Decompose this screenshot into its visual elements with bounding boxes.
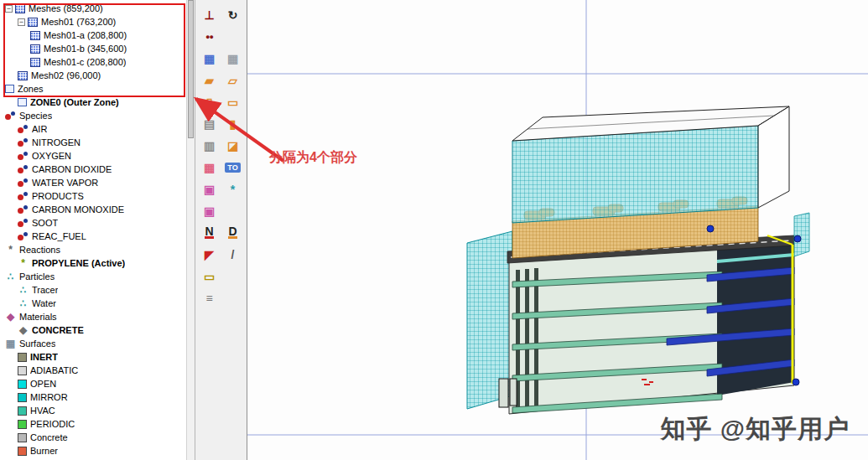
tree-item-label: Concrete: [30, 431, 68, 444]
tree-item-label: OXYGEN: [32, 149, 71, 163]
hvac-node-icon[interactable]: ▣: [198, 200, 221, 221]
new-obstruction-icon-glyph: N: [205, 226, 213, 239]
tree-item-concrete[interactable]: ◆CONCRETE: [0, 323, 186, 337]
particles-icon: ∴: [18, 285, 29, 296]
tree-item-label: WATER VAPOR: [32, 176, 98, 189]
tree-item-concrete[interactable]: Concrete: [0, 431, 186, 444]
surface-color-chip: [18, 433, 27, 442]
sheet-icon[interactable]: ▤: [198, 113, 221, 134]
tree-item-label: Mesh01-a (208,800): [44, 28, 127, 42]
tree-item-label: MIRROR: [30, 390, 68, 404]
spheres-icon-glyph: ●●: [205, 33, 213, 41]
tree-item-label: PERIODIC: [30, 417, 75, 431]
surface-color-chip: [18, 406, 27, 416]
tree-item-mesh01-763-200[interactable]: −Mesh01 (763,200): [0, 15, 186, 28]
model-canvas[interactable]: [247, 0, 868, 460]
slab-outline-icon[interactable]: ▱: [221, 70, 244, 90]
tree-item-mesh01-a-208-800[interactable]: Mesh01-a (208,800): [0, 28, 186, 42]
building-model: [467, 106, 809, 414]
app-window: −Meshes (859,200)−Mesh01 (763,200)Mesh01…: [0, 0, 868, 460]
tree-item-carbon-monoxide[interactable]: CARBON MONOXIDE: [0, 203, 186, 216]
box-icon-glyph: ▭: [227, 96, 238, 109]
mesh-icon: [28, 18, 38, 27]
mesh-icon: [18, 71, 28, 80]
tree-item-zone0-outer-zone[interactable]: ZONE0 (Outer Zone): [0, 96, 186, 109]
species-icon: [5, 111, 16, 121]
rotate-view-icon[interactable]: ↻: [221, 4, 244, 25]
tree-item-inert[interactable]: INERT: [0, 350, 186, 364]
tree-item-air[interactable]: AIR: [0, 122, 186, 136]
surface-color-chip: [18, 420, 27, 429]
tree-scrollbar[interactable]: [186, 0, 195, 460]
tree-item-label: Mesh02 (96,000): [31, 69, 101, 82]
new-hole-icon[interactable]: D: [221, 222, 244, 243]
tree-item-zones[interactable]: Zones: [0, 82, 186, 96]
tree-item-nitrogen[interactable]: NITROGEN: [0, 136, 186, 149]
tree-item-reactions[interactable]: *Reactions: [0, 243, 186, 256]
tree-item-hvac[interactable]: HVAC: [0, 404, 186, 417]
species-icon: [18, 218, 29, 229]
tree-item-particles[interactable]: ∴Particles: [0, 270, 186, 283]
reaction-icon: *: [18, 258, 29, 269]
material-icon: ◆: [18, 325, 29, 336]
tree-item-mesh02-96-000[interactable]: Mesh02 (96,000): [0, 69, 186, 82]
species-icon: [18, 178, 29, 189]
probe-icon[interactable]: /: [221, 244, 244, 265]
tree-item-water[interactable]: ∴Water: [0, 297, 186, 310]
expander-icon[interactable]: −: [5, 5, 13, 13]
tree-item-propylene-active[interactable]: *PROPYLENE (Active): [0, 256, 186, 270]
species-icon: [18, 231, 29, 242]
tree-item-water-vapor[interactable]: WATER VAPOR: [0, 176, 186, 189]
slab-outline-icon-glyph: ▱: [228, 74, 237, 87]
mesh-icon: [30, 58, 40, 67]
tree-item-tracer[interactable]: ∴Tracer: [0, 283, 186, 297]
3d-viewport[interactable]: 知乎 @知乎用户: [247, 0, 868, 460]
tree-item-mirror[interactable]: MIRROR: [0, 390, 186, 404]
sheet-icon-glyph: ▤: [204, 117, 215, 131]
tree-item-meshes-859-200[interactable]: −Meshes (859,200): [0, 2, 186, 15]
hvac-duct-icon[interactable]: ▣: [198, 178, 221, 199]
pin-icon[interactable]: ⊥: [198, 4, 221, 25]
tree-item-periodic[interactable]: PERIODIC: [0, 417, 186, 431]
notes-icon[interactable]: ▥: [198, 135, 221, 156]
panel-icon[interactable]: ▮: [221, 113, 244, 134]
mesh-cube-icon[interactable]: ▦: [198, 48, 221, 69]
expander-icon[interactable]: −: [18, 18, 25, 26]
scrollbar-thumb[interactable]: [188, 0, 194, 138]
tree-item-label: Mesh01-c (208,800): [44, 55, 126, 69]
vent-grid-icon[interactable]: ▦: [198, 157, 221, 178]
tree-item-oxygen[interactable]: OXYGEN: [0, 149, 186, 163]
tree-item-reac-fuel[interactable]: REAC_FUEL: [0, 230, 186, 243]
tree-item-label: Mesh01 (763,200): [41, 15, 116, 28]
new-obstruction-icon[interactable]: N: [198, 222, 221, 243]
tree-item-mesh01-c-208-800[interactable]: Mesh01-c (208,800): [0, 55, 186, 69]
box-icon[interactable]: ▭: [221, 91, 244, 112]
tree-item-surfaces[interactable]: ▦Surfaces: [0, 337, 186, 350]
panel-icon-glyph: ▮: [230, 117, 236, 131]
to-label-icon[interactable]: TO: [221, 157, 244, 178]
tree-item-label: Surfaces: [19, 337, 55, 350]
ruler-icon[interactable]: ▭: [198, 266, 221, 287]
zone-icon: [18, 98, 27, 106]
tree-item-soot[interactable]: SOOT: [0, 216, 186, 230]
tree-item-adiabatic[interactable]: ADIABATIC: [0, 364, 186, 377]
paint-icon-glyph: ◤: [205, 248, 214, 261]
grid-table-icon[interactable]: ▦: [221, 48, 244, 69]
surface-color-chip: [18, 380, 27, 389]
tree-item-mesh01-b-345-600[interactable]: Mesh01-b (345,600): [0, 42, 186, 55]
slab-icon[interactable]: ▰: [198, 70, 221, 90]
tree-item-species[interactable]: Species: [0, 109, 186, 122]
hvac-duct-icon-glyph: ▣: [204, 183, 215, 196]
wedge-icon[interactable]: ◪: [221, 135, 244, 156]
spheres-icon[interactable]: ●●: [198, 26, 221, 47]
slider-icon[interactable]: ≡: [198, 287, 221, 308]
fan-icon[interactable]: *: [221, 178, 244, 199]
tree-item-products[interactable]: PRODUCTS: [0, 189, 186, 203]
tree-item-materials[interactable]: ◆Materials: [0, 310, 186, 323]
tree-item-open[interactable]: OPEN: [0, 377, 186, 390]
tree-item-burner[interactable]: Burner: [0, 444, 186, 457]
wall-icon[interactable]: ▯: [198, 91, 221, 112]
tree-item-carbon-dioxide[interactable]: CARBON DIOXIDE: [0, 163, 186, 176]
paint-icon[interactable]: ◤: [198, 244, 221, 265]
tree-item-label: Water: [32, 297, 56, 310]
